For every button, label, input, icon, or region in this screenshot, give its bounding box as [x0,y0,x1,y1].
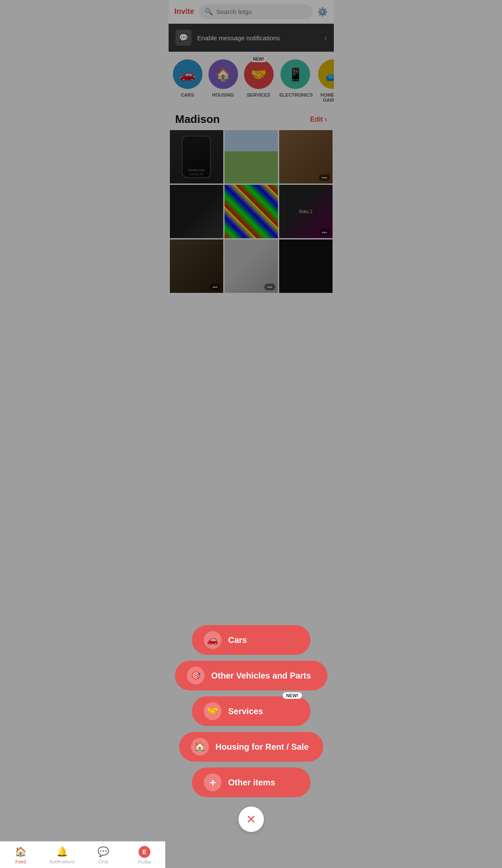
services-new-badge-fab: NEW! [283,692,302,699]
housing-fab-label: Housing for Rent / Sale [216,742,309,752]
close-icon: ✕ [246,812,256,826]
services-fab-label: Services [228,707,263,716]
other-items-fab-icon: ＋ [204,773,222,791]
cars-fab-label: Cars [228,635,247,645]
other-items-fab-label: Other items [228,778,275,787]
fab-item-housing[interactable]: 🏠 Housing for Rent / Sale [179,732,323,762]
fab-menu: 🚗 Cars 🎯 Other Vehicles and Parts NEW! 🤝… [169,625,334,832]
fab-item-other-items[interactable]: ＋ Other items [192,768,311,797]
cars-fab-icon: 🚗 [204,631,222,649]
fab-item-services[interactable]: NEW! 🤝 Services [192,696,311,726]
fab-overlay: 🚗 Cars 🎯 Other Vehicles and Parts NEW! 🤝… [169,0,334,868]
fab-item-cars[interactable]: 🚗 Cars [192,625,311,655]
other-vehicles-fab-icon: 🎯 [187,667,205,684]
services-fab-icon: 🤝 [204,702,222,720]
housing-fab-icon: 🏠 [191,738,209,756]
other-vehicles-fab-label: Other Vehicles and Parts [211,671,311,681]
fab-item-other-vehicles[interactable]: 🎯 Other Vehicles and Parts [175,661,327,690]
fab-close-button[interactable]: ✕ [239,807,264,832]
